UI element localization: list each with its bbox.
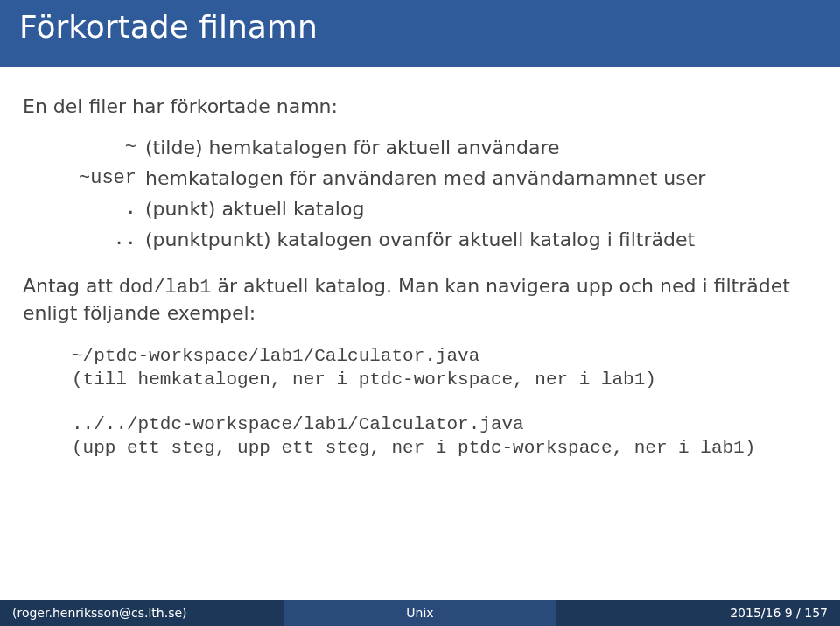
def-desc-dotdot: (punktpunkt) katalogen ovanför aktuell k… bbox=[145, 227, 817, 252]
def-desc-tilde: (tilde) hemkatalogen för aktuell använda… bbox=[145, 135, 817, 160]
footer-right: 2015/16 9 / 157 bbox=[556, 600, 840, 626]
code1-line1: ~/ptdc-workspace/lab1/Calculator.java bbox=[72, 346, 480, 366]
code2-line1: ../../ptdc-workspace/lab1/Calculator.jav… bbox=[72, 414, 524, 434]
code-example-1: ~/ptdc-workspace/lab1/Calculator.java (t… bbox=[72, 345, 817, 392]
slide-title: Förkortade filnamn bbox=[19, 9, 821, 45]
title-block: Förkortade filnamn bbox=[0, 0, 840, 67]
footer-left: (roger.henriksson@cs.lth.se) bbox=[0, 600, 284, 626]
footer-author: (roger.henriksson@cs.lth.se) bbox=[12, 606, 187, 620]
code2-line2: (upp ett steg, upp ett steg, ner i ptdc-… bbox=[72, 438, 755, 458]
def-desc-dot: (punkt) aktuell katalog bbox=[145, 196, 817, 222]
def-term-tilde-user: ~user bbox=[49, 165, 136, 191]
slide-body: En del filer har förkortade namn: ~ (til… bbox=[0, 67, 840, 600]
footer: (roger.henriksson@cs.lth.se) Unix 2015/1… bbox=[0, 600, 840, 626]
def-term-tilde: ~ bbox=[49, 135, 136, 160]
footer-page: 2015/16 9 / 157 bbox=[730, 606, 828, 620]
paragraph-2: Antag att dod/lab1 är aktuell katalog. M… bbox=[23, 273, 817, 326]
def-term-dotdot: .. bbox=[49, 227, 136, 252]
def-term-dot: . bbox=[49, 196, 136, 222]
intro-text: En del filer har förkortade namn: bbox=[23, 94, 817, 119]
para2-code: dod/lab1 bbox=[119, 277, 212, 299]
code1-line2: (till hemkatalogen, ner i ptdc-workspace… bbox=[72, 369, 656, 390]
code-example-2: ../../ptdc-workspace/lab1/Calculator.jav… bbox=[72, 413, 817, 461]
footer-center: Unix bbox=[284, 600, 556, 626]
footer-title: Unix bbox=[406, 606, 433, 620]
definition-list: ~ (tilde) hemkatalogen för aktuell använ… bbox=[49, 135, 817, 252]
slide: Förkortade filnamn En del filer har förk… bbox=[0, 0, 840, 626]
para2-pre: Antag att bbox=[23, 275, 119, 297]
def-desc-tilde-user: hemkatalogen för användaren med användar… bbox=[145, 165, 817, 191]
